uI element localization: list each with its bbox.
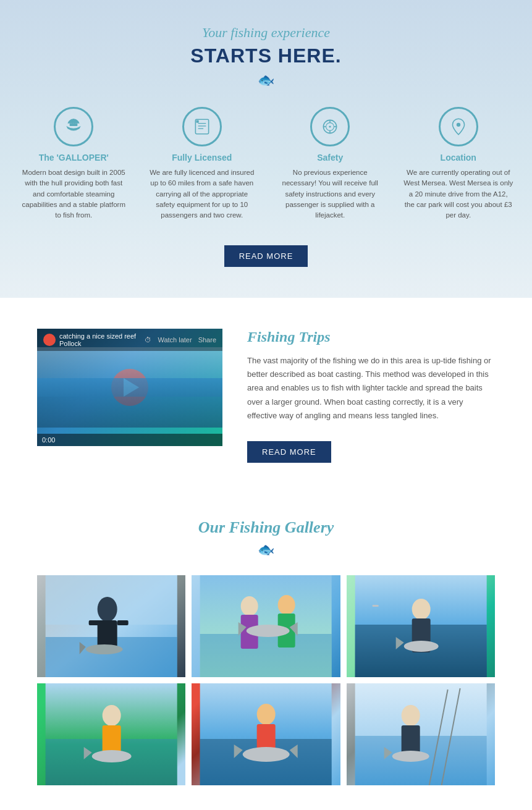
boat-icon <box>63 116 84 137</box>
trips-content: Fishing Trips The vast majority of the f… <box>247 329 495 462</box>
svg-point-43 <box>103 705 121 726</box>
gallery-image-1 <box>37 575 185 677</box>
licensed-title: Fully Licensed <box>147 153 257 162</box>
safety-title: Safety <box>276 153 386 162</box>
svg-point-45 <box>92 750 132 762</box>
gallery-image-3 <box>347 575 495 677</box>
gallery-grid-row2 <box>37 683 495 785</box>
safety-icon <box>319 116 340 137</box>
license-icon <box>192 116 213 137</box>
feature-galloper: The 'GALLOPER' Modern boat design built … <box>13 107 135 221</box>
boat-icon-circle <box>54 107 93 146</box>
gallery-item-4[interactable] <box>37 683 185 785</box>
gallery-item-2[interactable] <box>192 575 340 677</box>
svg-point-60 <box>392 751 429 762</box>
trips-title: Fishing Trips <box>247 329 495 345</box>
licensed-desc: We are fully licenced and insured up to … <box>147 167 257 221</box>
watch-later-label: Watch later <box>158 336 192 344</box>
location-desc: We are currently operating out of West M… <box>403 167 513 221</box>
svg-point-14 <box>329 125 331 127</box>
hero-title: STARTS HERE. <box>12 44 520 67</box>
gallery-item-3[interactable] <box>347 575 495 677</box>
video-progress: 0:00 <box>42 436 55 444</box>
gallery-svg-5 <box>192 683 340 785</box>
gallery-image-6 <box>347 683 495 785</box>
fishing-trips-section: catching a nice sized reef Pollock ⏱ Wat… <box>0 298 532 493</box>
feature-location: Location We are currently operating out … <box>397 107 520 221</box>
location-title: Location <box>403 153 513 162</box>
share-label: Share <box>198 336 216 344</box>
svg-point-19 <box>98 597 117 622</box>
galloper-desc: Modern boat design built in 2005 with th… <box>19 167 129 221</box>
watch-later-icon: ⏱ <box>145 336 151 344</box>
gallery-image-2 <box>192 575 340 677</box>
svg-point-39 <box>403 641 438 652</box>
location-icon-circle <box>439 107 478 146</box>
video-top-controls: ⏱ Watch later Share <box>145 336 216 344</box>
galloper-title: The 'GALLOPER' <box>19 153 129 162</box>
gallery-svg-2 <box>192 575 340 677</box>
gallery-section: Our Fishing Gallery 🐟 <box>0 494 532 804</box>
feature-licensed: Fully Licensed We are fully licenced and… <box>141 107 263 221</box>
hero-section: Your fishing experience STARTS HERE. 🐟 T… <box>0 0 532 298</box>
svg-point-29 <box>278 595 295 615</box>
video-channel-avatar <box>43 334 56 346</box>
feature-safety: Safety No previous experience necessary!… <box>269 107 392 221</box>
hero-read-more-button[interactable]: READ MORE <box>224 245 308 267</box>
gallery-item-1[interactable] <box>37 575 185 677</box>
gallery-item-6[interactable] <box>347 683 495 785</box>
video-ocean-bg <box>37 378 222 428</box>
video-bottom-bar: 0:00 <box>37 434 222 446</box>
fish-divider-icon: 🐟 <box>12 72 520 88</box>
video-thumbnail: catching a nice sized reef Pollock ⏱ Wat… <box>37 329 222 446</box>
svg-point-15 <box>457 123 460 127</box>
svg-rect-37 <box>372 605 378 607</box>
gallery-svg-3 <box>347 575 495 677</box>
features-row: The 'GALLOPER' Modern boat design built … <box>13 107 520 221</box>
svg-point-23 <box>86 644 123 654</box>
gallery-fish-icon: 🐟 <box>37 542 495 558</box>
gallery-svg-1 <box>37 575 185 677</box>
hero-subtitle: Your fishing experience <box>12 25 520 41</box>
safety-desc: No previous experience necessary! You wi… <box>276 167 386 221</box>
svg-point-27 <box>241 596 258 616</box>
video-title-text: catching a nice sized reef Pollock <box>59 332 141 347</box>
trips-read-more-button[interactable]: READ MORE <box>247 441 331 463</box>
svg-point-49 <box>257 704 276 725</box>
svg-rect-7 <box>196 120 198 122</box>
svg-rect-21 <box>89 620 100 625</box>
svg-rect-26 <box>200 634 332 677</box>
gallery-grid-row1 <box>37 575 495 677</box>
gallery-svg-6 <box>347 683 495 785</box>
gallery-title: Our Fishing Gallery <box>37 518 495 537</box>
svg-point-36 <box>412 599 430 620</box>
gallery-image-4 <box>37 683 185 785</box>
svg-point-58 <box>401 705 420 726</box>
video-player[interactable]: catching a nice sized reef Pollock ⏱ Wat… <box>37 329 222 446</box>
video-top-bar: catching a nice sized reef Pollock ⏱ Wat… <box>37 329 222 351</box>
gallery-item-5[interactable] <box>192 683 340 785</box>
trips-description: The vast majority of the fishing we do i… <box>247 354 495 422</box>
safety-icon-circle <box>310 107 350 146</box>
license-icon-circle <box>182 107 222 146</box>
gallery-image-5 <box>192 683 340 785</box>
gallery-svg-4 <box>37 683 185 785</box>
location-icon <box>448 116 469 137</box>
svg-point-51 <box>243 747 290 762</box>
svg-point-31 <box>247 625 290 637</box>
svg-rect-22 <box>117 620 129 625</box>
